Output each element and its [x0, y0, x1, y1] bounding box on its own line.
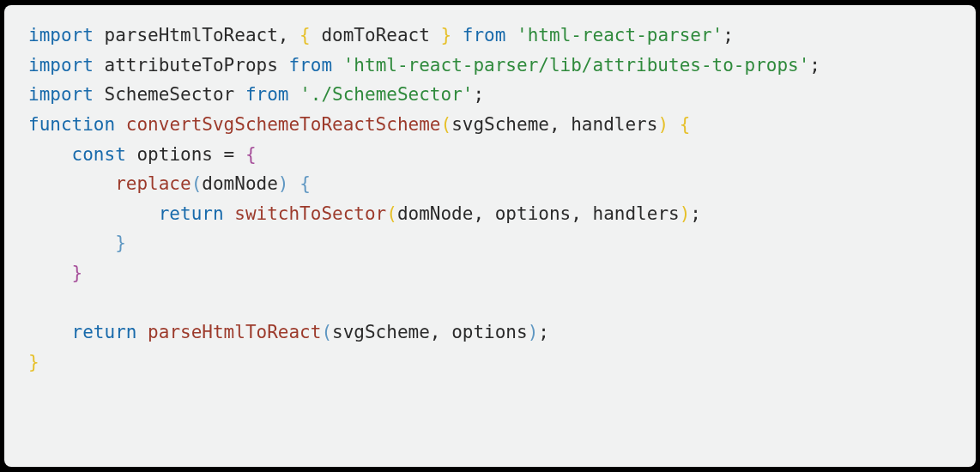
code-token: replace [115, 173, 191, 194]
code-token: { [680, 114, 691, 135]
code-token: svgScheme [332, 322, 430, 342]
code-token [224, 203, 235, 224]
code-token: return [72, 322, 137, 342]
indent [28, 293, 72, 313]
code-token [234, 84, 245, 105]
code-token [668, 114, 680, 135]
code-token: ( [191, 173, 203, 194]
code-token [288, 84, 299, 105]
code-token: , [278, 25, 299, 45]
code-token: = [213, 144, 245, 165]
code-token [126, 144, 137, 165]
code-token: options [495, 203, 572, 224]
code-token: ; [723, 25, 734, 45]
code-line: const options = { [28, 140, 952, 170]
code-token: { [299, 173, 311, 194]
code-line: return parseHtmlToReact(svgScheme, optio… [28, 318, 952, 348]
code-token: const [72, 144, 126, 165]
code-line: } [28, 228, 952, 258]
code-line: import parseHtmlToReact, { domToReact } … [28, 21, 952, 51]
code-token: } [115, 233, 126, 253]
code-token: attributeToProps [105, 55, 278, 76]
code-token: from [463, 25, 506, 45]
code-token [94, 84, 105, 105]
code-token: from [288, 55, 332, 76]
code-token: domToReact [321, 25, 429, 45]
code-token: , [473, 203, 494, 224]
code-token: import [28, 84, 94, 105]
code-token [505, 25, 517, 45]
code-token: handlers [571, 114, 657, 135]
code-token: { [245, 144, 257, 165]
code-token: switchToSector [234, 203, 386, 224]
code-token [332, 55, 343, 76]
code-token: } [441, 25, 452, 45]
code-token: , [549, 114, 571, 135]
code-line [28, 288, 952, 318]
code-token: import [28, 25, 94, 45]
code-token: import [28, 55, 94, 76]
code-token: ) [680, 203, 691, 224]
code-token: handlers [593, 203, 680, 224]
code-token: } [28, 352, 39, 372]
code-token: { [299, 25, 311, 45]
indent [28, 322, 72, 342]
code-token: ) [657, 114, 668, 135]
code-token: , [571, 203, 592, 224]
code-token: ( [386, 203, 397, 224]
code-line: return switchToSector(domNode, options, … [28, 199, 952, 229]
code-token: ; [473, 84, 484, 105]
code-token: from [245, 84, 289, 105]
code-token: function [28, 114, 115, 135]
code-token [136, 322, 148, 342]
code-token: , [430, 322, 451, 342]
code-token: parseHtmlToReact [105, 25, 278, 45]
code-token [94, 55, 105, 76]
code-token [94, 25, 105, 45]
code-token: ; [538, 322, 549, 342]
code-token: ( [321, 322, 332, 342]
code-line: function convertSvgSchemeToReactScheme(s… [28, 110, 952, 140]
code-token: options [451, 322, 528, 342]
code-token: ( [440, 114, 451, 135]
code-token [311, 25, 322, 45]
code-token: 'html-react-parser' [517, 25, 723, 45]
code-token: return [159, 203, 224, 224]
code-token: './SchemeSector' [299, 84, 473, 105]
code-token: 'html-react-parser/lib/attributes-to-pro… [343, 55, 810, 76]
code-line: import attributeToProps from 'html-react… [28, 51, 952, 81]
code-token: ; [690, 203, 701, 224]
indent [28, 203, 159, 224]
code-token: svgScheme [451, 114, 549, 135]
code-line: replace(domNode) { [28, 169, 952, 199]
code-token: options [136, 144, 213, 165]
code-token: ) [528, 322, 539, 342]
code-token [115, 114, 126, 135]
code-token [430, 25, 441, 45]
indent [28, 263, 72, 283]
code-token: ) [278, 173, 289, 194]
code-token: parseHtmlToReact [148, 322, 321, 342]
code-token: } [72, 263, 83, 283]
code-token [451, 25, 463, 45]
code-line: import SchemeSector from './SchemeSector… [28, 80, 952, 110]
indent [28, 233, 115, 253]
code-token [289, 173, 300, 194]
code-token: ; [809, 55, 820, 76]
code-editor-frame: import parseHtmlToReact, { domToReact } … [4, 5, 976, 467]
code-token [278, 55, 289, 76]
indent [28, 144, 72, 165]
indent [28, 173, 115, 194]
code-line: } [28, 258, 952, 288]
code-line: } [28, 348, 952, 378]
code-token: SchemeSector [105, 84, 235, 105]
code-token: domNode [202, 173, 278, 194]
code-block[interactable]: import parseHtmlToReact, { domToReact } … [28, 21, 952, 378]
code-token: domNode [397, 203, 474, 224]
code-token: convertSvgSchemeToReactScheme [126, 114, 441, 135]
